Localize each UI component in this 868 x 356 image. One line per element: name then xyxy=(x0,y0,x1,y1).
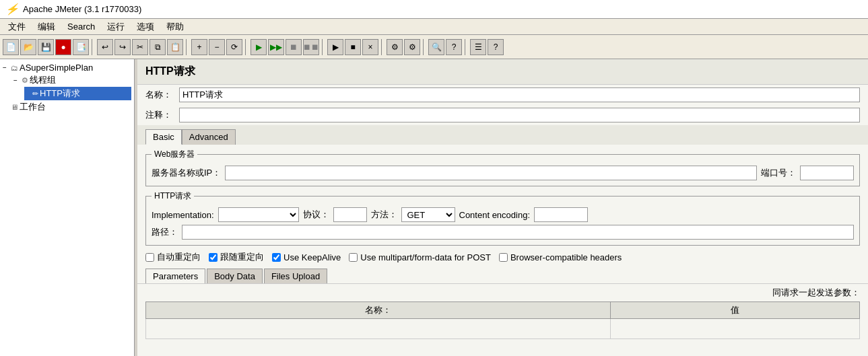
toolbar-cut-btn[interactable]: ✂ xyxy=(132,39,148,55)
implementation-select[interactable]: HttpClient4 Java xyxy=(218,207,299,222)
main-layout: − 🗂 ASuperSimplePlan − ⚙ 线程组 ✏ HTTP请求 🖥 … xyxy=(0,59,868,356)
auto-redirect-input[interactable] xyxy=(145,253,154,262)
toolbar-new-btn[interactable]: 📄 xyxy=(3,39,19,55)
toolbar-remote-exit-btn[interactable]: × xyxy=(362,39,378,55)
browser-headers-cb[interactable]: Browser-compatible headers xyxy=(499,252,622,262)
multipart-label: Use multipart/form-data for POST xyxy=(360,252,491,262)
port-input[interactable] xyxy=(800,166,854,180)
toolbar-sep6 xyxy=(423,39,426,55)
workbench-icon: 🖥 xyxy=(11,103,18,111)
table-cell-name xyxy=(146,319,611,339)
encoding-label: Content encoding: xyxy=(459,210,531,220)
menu-file[interactable]: 文件 xyxy=(3,20,31,34)
toolbar-redo-btn[interactable]: ↪ xyxy=(114,39,131,55)
toolbar-remote-start-btn[interactable]: ▶ xyxy=(327,39,343,55)
tree-label-workbench: 工作台 xyxy=(20,101,46,113)
table-cell-value xyxy=(611,319,860,339)
keepalive-cb[interactable]: Use KeepAlive xyxy=(272,252,341,262)
tree-item-httprequest[interactable]: ✏ HTTP请求 xyxy=(24,87,131,100)
encoding-input[interactable] xyxy=(534,207,588,222)
comment-input[interactable] xyxy=(179,108,860,122)
name-row: 名称： xyxy=(137,85,868,105)
toolbar-about-btn[interactable]: ? xyxy=(488,39,504,55)
toolbar-save2-btn[interactable]: ● xyxy=(55,39,71,55)
toolbar-sep1 xyxy=(92,39,94,55)
browser-headers-input[interactable] xyxy=(499,253,508,262)
browser-headers-label: Browser-compatible headers xyxy=(510,252,622,262)
content-panel: HTTP请求 名称： 注释： Basic Advanced Web服务器 服务器… xyxy=(137,59,868,356)
follow-redirect-input[interactable] xyxy=(209,253,218,262)
toolbar-tool1-btn[interactable]: ⚙ xyxy=(387,39,403,55)
tree-item-plan[interactable]: − 🗂 ASuperSimplePlan xyxy=(3,62,131,73)
name-input[interactable] xyxy=(179,87,860,102)
server-label: 服务器名称或IP： xyxy=(152,167,221,179)
toolbar-template-btn[interactable]: 📑 xyxy=(73,39,89,55)
menu-run[interactable]: 运行 xyxy=(102,20,130,34)
toolbar-save-btn[interactable]: 💾 xyxy=(38,39,54,55)
toolbar-stop-btn[interactable]: ⏹ xyxy=(286,39,302,55)
table-header-name: 名称： xyxy=(146,302,611,319)
protocol-label: 协议： xyxy=(303,209,329,221)
httprequest-icon: ✏ xyxy=(32,90,38,98)
menu-search[interactable]: Search xyxy=(62,20,100,33)
title-bar: ⚡ Apache JMeter (3.1 r1770033) xyxy=(0,0,868,19)
panel-title: HTTP请求 xyxy=(137,59,868,85)
auto-redirect-cb[interactable]: 自动重定向 xyxy=(145,251,201,263)
plan-icon: 🗂 xyxy=(11,64,18,72)
toolbar-sep5 xyxy=(381,39,384,55)
toolbar-shutdown-btn[interactable]: ⏹⏹ xyxy=(303,39,319,55)
server-input[interactable] xyxy=(225,166,757,180)
toolbar-sep4 xyxy=(322,39,325,55)
toolbar-open-btn[interactable]: 📂 xyxy=(20,39,36,55)
toolbar-sep7 xyxy=(465,39,467,55)
toolbar-remote-stop-btn[interactable]: ■ xyxy=(345,39,361,55)
implementation-label: Implementation: xyxy=(152,210,214,220)
toolbar-help-btn[interactable]: ? xyxy=(446,39,462,55)
toolbar-run-btn[interactable]: ▶ xyxy=(251,39,267,55)
toolbar-tool2-btn[interactable]: ⚙ xyxy=(404,39,420,55)
menu-edit[interactable]: 编辑 xyxy=(32,20,61,34)
port-label: 端口号： xyxy=(761,167,796,179)
expand-icon[interactable]: − xyxy=(3,64,9,71)
toolbar-clear-btn[interactable]: ⟳ xyxy=(226,39,242,55)
tree-item-threadgroup[interactable]: − ⚙ 线程组 xyxy=(13,73,131,87)
tab-advanced[interactable]: Advanced xyxy=(182,129,236,145)
tree-item-workbench[interactable]: 🖥 工作台 xyxy=(3,100,131,114)
sub-tab-bodydata[interactable]: Body Data xyxy=(207,269,263,283)
path-input[interactable] xyxy=(182,225,854,240)
toolbar-paste-btn[interactable]: 📋 xyxy=(167,39,183,55)
keepalive-label: Use KeepAlive xyxy=(283,252,341,262)
comment-row: 注释： xyxy=(137,105,868,125)
toolbar-list-btn[interactable]: ☰ xyxy=(470,39,486,55)
multipart-input[interactable] xyxy=(349,253,358,262)
tree-label-threadgroup: 线程组 xyxy=(30,74,56,86)
tab-basic[interactable]: Basic xyxy=(145,129,182,145)
multipart-cb[interactable]: Use multipart/form-data for POST xyxy=(349,252,491,262)
sub-tab-files[interactable]: Files Upload xyxy=(264,269,327,283)
sub-tab-parameters[interactable]: Parameters xyxy=(145,269,205,283)
http-request-section: HTTP请求 Implementation: HttpClient4 Java … xyxy=(145,190,860,246)
threadgroup-icon: ⚙ xyxy=(22,76,28,85)
toolbar-add-btn[interactable]: + xyxy=(191,39,207,55)
toolbar-find-btn[interactable]: 🔍 xyxy=(428,39,444,55)
toolbar-undo-btn[interactable]: ↩ xyxy=(97,39,113,55)
web-server-legend: Web服务器 xyxy=(152,149,197,160)
toolbar-sep2 xyxy=(186,39,189,55)
tree-panel: − 🗂 ASuperSimplePlan − ⚙ 线程组 ✏ HTTP请求 🖥 … xyxy=(0,59,135,356)
menu-options[interactable]: 选项 xyxy=(131,20,160,34)
main-tab-bar: Basic Advanced xyxy=(137,125,868,145)
path-label: 路径： xyxy=(152,226,178,238)
keepalive-input[interactable] xyxy=(272,253,281,262)
menu-help[interactable]: 帮助 xyxy=(161,20,189,34)
toolbar: 📄 📂 💾 ● 📑 ↩ ↪ ✂ ⧉ 📋 + − ⟳ ▶ ▶▶ ⏹ ⏹⏹ ▶ ■ … xyxy=(0,35,868,59)
toolbar-copy-btn[interactable]: ⧉ xyxy=(149,39,166,55)
method-select[interactable]: GET POST PUT DELETE HEAD OPTIONS PATCH xyxy=(401,207,455,222)
auto-redirect-label: 自动重定向 xyxy=(157,251,201,263)
toolbar-run-nopauses-btn[interactable]: ▶▶ xyxy=(268,39,284,55)
sub-tab-bar: Parameters Body Data Files Upload xyxy=(137,266,868,284)
expand-icon-thread[interactable]: − xyxy=(13,77,20,84)
app-icon: ⚡ xyxy=(5,3,19,15)
follow-redirect-cb[interactable]: 跟随重定向 xyxy=(209,251,264,263)
toolbar-remove-btn[interactable]: − xyxy=(209,39,225,55)
protocol-input[interactable] xyxy=(333,207,367,222)
